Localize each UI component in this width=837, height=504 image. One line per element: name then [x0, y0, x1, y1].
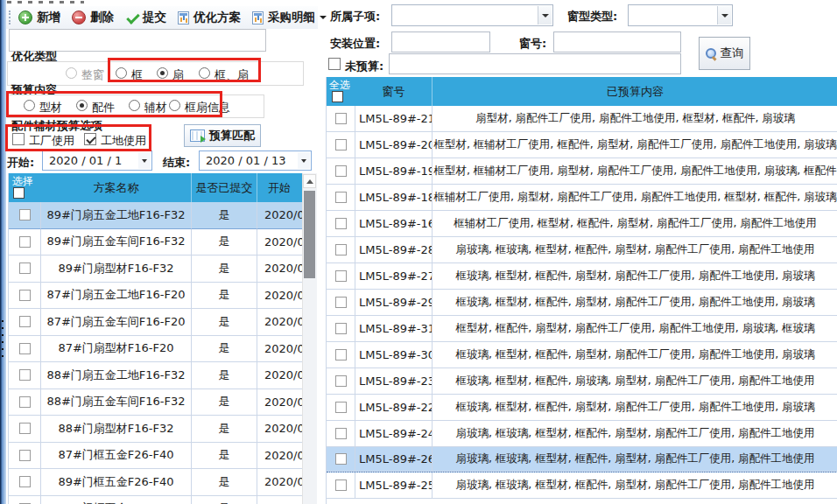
start-date-header[interactable]: 开始 [257, 173, 302, 202]
splitter-grip-dot[interactable] [2, 327, 4, 329]
no-budget-input[interactable] [389, 53, 681, 74]
splitter-grip-dot[interactable] [2, 334, 4, 336]
budget-match-button[interactable]: 预算匹配 [184, 124, 261, 147]
radio-aux-material[interactable] [129, 100, 140, 111]
splitter-grip-dot[interactable] [2, 341, 4, 343]
row-checkbox[interactable] [19, 209, 31, 220]
row-checkbox[interactable] [335, 165, 347, 177]
window-no-input[interactable] [553, 32, 681, 52]
plan-row[interactable]: 89#门扇五金工地F16-F32 是 2020/0 [9, 202, 302, 229]
add-button[interactable]: 新增 [18, 10, 60, 25]
window-row[interactable]: LM5L-89#-30F28 框玻璃, 框型材, 框配件, 扇型材, 扇配件工厂… [327, 342, 837, 368]
budgeted-content-header[interactable]: 已预算内容 [433, 77, 837, 106]
window-no-header[interactable]: 窗号 [355, 77, 433, 106]
select-all-checkbox[interactable] [13, 187, 25, 199]
combo-dropdown-button[interactable] [538, 6, 552, 24]
sub-item-combobox[interactable] [391, 4, 553, 26]
radio-frame-sash[interactable] [199, 67, 210, 79]
window-row[interactable]: LM5L-89#-25F23 扇玻璃, 框玻璃, 框型材, 框配件, 扇型材, … [327, 472, 837, 499]
row-checkbox[interactable] [19, 423, 31, 434]
factory-use-checkbox[interactable] [12, 133, 25, 145]
row-checkbox[interactable] [335, 428, 347, 439]
submitted-header[interactable]: 是否已提交 [192, 173, 257, 202]
window-row[interactable]: LM5L-89#-16F15 框辅材工厂使用, 框型材, 框配件, 扇型材, 扇… [327, 211, 837, 237]
radio-whole-window[interactable] [66, 67, 77, 79]
window-row[interactable]: LM5L-89#-19F17 框型材, 框辅材工厂使用, 扇型材, 扇配件工厂使… [327, 158, 837, 185]
install-position-input[interactable] [391, 32, 490, 52]
row-checkbox[interactable] [19, 262, 31, 274]
no-budget-checkbox[interactable] [328, 58, 341, 70]
radio-accessory[interactable] [76, 100, 88, 111]
row-checkbox[interactable] [335, 139, 347, 150]
window-row[interactable]: LM5L-89#-28F26 扇玻璃, 框玻璃, 框型材, 框配件, 扇型材, … [327, 237, 837, 263]
query-button[interactable]: 查询 [699, 37, 750, 70]
toolbar-overflow-button[interactable] [303, 10, 313, 24]
row-checkbox[interactable] [19, 236, 31, 248]
window-row[interactable]: LM5L-89#-26F24 扇玻璃, 框玻璃, 框型材, 框配件, 扇型材, … [327, 446, 837, 472]
row-checkbox[interactable] [335, 480, 347, 491]
plan-row[interactable]: 89#门框五金F26-F40 是 2020/0 [9, 469, 302, 496]
delete-button[interactable]: 删除 [72, 10, 114, 25]
date-start-picker[interactable]: 2020 / 01 / 1 [42, 150, 152, 171]
submitted-cell: 是 [192, 443, 257, 470]
splitter-grip-dot[interactable] [2, 355, 4, 357]
window-row[interactable]: LM5L-89#-23F21 框玻璃, 框型材, 框配件, 扇玻璃, 扇型材, … [327, 368, 837, 395]
window-row[interactable]: LM5L-89#-27F25 框玻璃, 框型材, 框配件, 扇型材, 扇配件工厂… [327, 263, 837, 290]
row-checkbox[interactable] [335, 297, 347, 308]
purchase-detail-button[interactable]: 采购明细 [252, 10, 327, 25]
row-checkbox[interactable] [335, 270, 347, 282]
plan-row[interactable]: 88#门框五金F21-F40 是 2020/0 [9, 496, 302, 504]
plan-row[interactable]: 89#门扇型材F16-F32 是 2020/0 [9, 256, 302, 283]
row-checkbox[interactable] [19, 343, 31, 354]
row-checkbox[interactable] [335, 113, 347, 124]
window-type-combobox[interactable] [628, 4, 733, 26]
date-dropdown-button[interactable] [138, 152, 151, 169]
plan-row[interactable]: 87#门框五金F26-F40 是 2020/0 [9, 443, 302, 470]
radio-frame-sash-info[interactable] [169, 100, 180, 111]
window-row[interactable]: LM5L-89#-22F20 框玻璃, 框型材, 框配件, 扇型材, 扇配件工厂… [327, 395, 837, 421]
row-checkbox[interactable] [19, 290, 31, 301]
row-checkbox[interactable] [335, 402, 347, 413]
radio-profile[interactable] [24, 100, 35, 111]
row-checkbox[interactable] [335, 453, 347, 465]
window-row[interactable]: LM5L-89#-18F16 框辅材工厂使用, 扇型材, 扇配件工厂使用, 扇配… [327, 185, 837, 211]
submit-button[interactable]: 提交 [125, 10, 166, 25]
row-checkbox[interactable] [335, 323, 347, 334]
window-row[interactable]: LM5L-89#-31F29 框型材, 框配件, 扇型材, 扇配件工厂使用, 扇… [327, 316, 837, 342]
plan-row[interactable]: 87#门扇型材F16-F20 是 2020/0 [9, 336, 302, 363]
plan-row[interactable]: 88#门扇五金工地F16-F32 是 2020/0 [9, 362, 302, 389]
row-checkbox[interactable] [19, 316, 31, 327]
window-row[interactable]: LM5L-89#-20F18 框型材, 框辅材工厂使用, 框配件, 扇型材, 扇… [327, 132, 837, 158]
site-use-checkbox[interactable] [84, 133, 96, 145]
row-checkbox[interactable] [19, 369, 31, 381]
date-dropdown-button[interactable] [298, 152, 310, 169]
plan-row[interactable]: 88#门扇型材F16-F32 是 2020/0 [9, 416, 302, 443]
row-checkbox[interactable] [335, 218, 347, 229]
row-checkbox[interactable] [335, 349, 347, 360]
row-checkbox[interactable] [19, 450, 31, 461]
splitter-grip-dot[interactable] [2, 320, 4, 322]
scrollbar-thumb[interactable] [304, 191, 315, 278]
window-row[interactable]: LM5L-89#-24F22 扇玻璃, 框玻璃, 框型材, 框配件, 扇型材, … [327, 421, 837, 447]
optimize-plan-button[interactable]: 优化方案 [178, 10, 241, 25]
radio-frame[interactable] [116, 67, 127, 79]
select-all-checkbox[interactable] [332, 91, 343, 102]
radio-sash[interactable] [157, 67, 168, 79]
scrollbar-up-arrow[interactable] [303, 174, 316, 188]
plan-row[interactable]: 87#门扇五金车间F16-F20 是 2020/0 [9, 309, 302, 336]
window-row[interactable]: LM5L-89#-29F27 框玻璃, 框型材, 框配件, 扇型材, 扇配件工厂… [327, 290, 837, 316]
plan-name-header[interactable]: 方案名称 [41, 173, 192, 202]
row-checkbox[interactable] [335, 192, 347, 203]
row-checkbox[interactable] [19, 476, 31, 487]
plan-row[interactable]: 88#门扇五金车间F16-F32 是 2020/0 [9, 389, 302, 416]
date-end-picker[interactable]: 2020 / 01 / 13 [199, 150, 312, 171]
toolbar-grip[interactable] [9, 10, 11, 24]
window-row[interactable]: LM5L-89#-21F19 扇型材, 扇配件工厂使用, 扇配件工地使用, 框型… [327, 106, 837, 132]
row-checkbox[interactable] [19, 396, 31, 408]
plan-row[interactable]: 89#门扇五金车间F16-F32 是 2020/0 [9, 229, 302, 256]
combo-dropdown-button[interactable] [717, 6, 731, 24]
row-checkbox[interactable] [335, 375, 347, 387]
row-checkbox[interactable] [335, 244, 347, 256]
splitter-grip-dot[interactable] [2, 348, 4, 350]
plan-row[interactable]: 87#门扇五金工地F16-F20 是 2020/0 [9, 283, 302, 310]
